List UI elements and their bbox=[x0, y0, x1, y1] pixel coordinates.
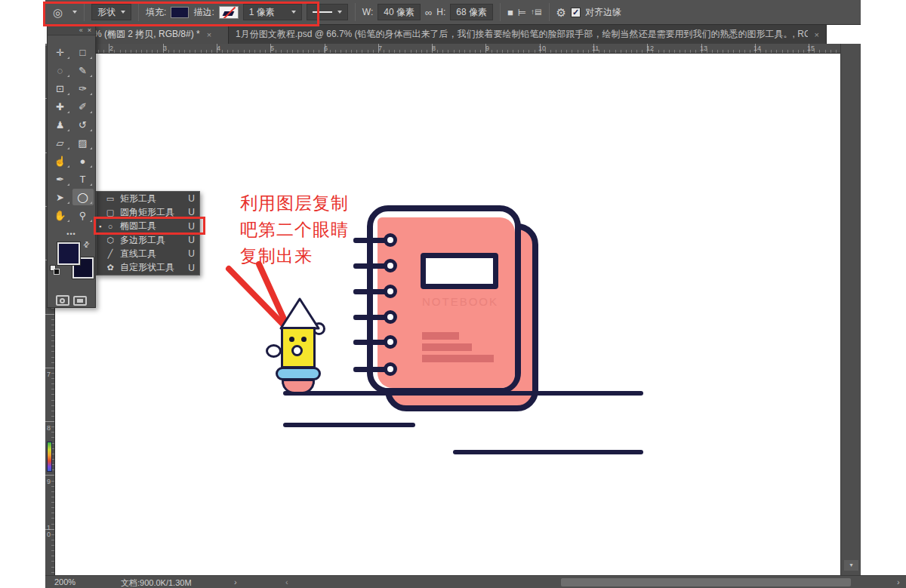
shape-icon: ▭ bbox=[104, 194, 116, 204]
shape-icon: ╱ bbox=[104, 249, 116, 259]
ruler-number: 9 bbox=[485, 45, 489, 52]
stroke-style-select[interactable] bbox=[307, 4, 348, 20]
tool-mode-select[interactable]: 形状 bbox=[91, 4, 131, 20]
crop-tool-icon[interactable]: ⊡ bbox=[50, 80, 71, 97]
align-edges-checkbox[interactable]: ✓ bbox=[571, 8, 581, 17]
menu-item-label: 矩形工具 bbox=[120, 192, 156, 205]
menu-item-shortcut: U bbox=[188, 193, 195, 204]
divider bbox=[84, 3, 85, 21]
annotation-line: 吧第二个眼睛 bbox=[240, 217, 349, 243]
ruler-number: 7 bbox=[378, 45, 382, 52]
menu-item-polygon-tool[interactable]: ▪ ⬡ 多边形工具 U bbox=[97, 233, 199, 247]
divider bbox=[549, 3, 550, 21]
tool-preset-dropdown-chevron-icon[interactable] bbox=[72, 11, 77, 14]
ruler-number: 9 bbox=[47, 479, 54, 485]
foreground-color-swatch[interactable] bbox=[57, 242, 80, 265]
lasso-tool-icon[interactable]: ◌ bbox=[50, 62, 71, 79]
text-bar bbox=[422, 355, 494, 362]
shape-height-value: 68 像素 bbox=[456, 6, 487, 19]
clone-stamp-tool-icon[interactable]: ♟ bbox=[50, 116, 71, 133]
shape-width-value: 40 像素 bbox=[384, 6, 414, 19]
path-alignment-icon[interactable]: ⊨ bbox=[518, 8, 526, 17]
gradient-tool-icon[interactable]: ▨ bbox=[72, 134, 94, 151]
shape-height-field[interactable]: 68 像素 bbox=[450, 4, 493, 20]
brush-tool-icon[interactable]: ✐ bbox=[72, 98, 94, 115]
link-dimensions-icon[interactable]: ∞ bbox=[425, 8, 432, 17]
ruler-number: 10 bbox=[538, 45, 546, 52]
ellipse-tool-icon[interactable]: ◯ bbox=[72, 189, 94, 205]
align-edges-label: 对齐边缘 bbox=[585, 6, 621, 19]
edit-toolbar-button[interactable]: ••• bbox=[48, 230, 95, 238]
document-tab[interactable]: 1月份图文教程.psd @ 66.7% (铅笔的身体画出来了后，我们接着要绘制铅… bbox=[229, 25, 827, 44]
ellipse-tool-preset-icon[interactable]: ◎ bbox=[53, 7, 63, 18]
close-icon[interactable]: × bbox=[815, 30, 819, 39]
ruler-number: 8 bbox=[432, 45, 436, 52]
swap-colors-icon[interactable]: ⇄ bbox=[81, 239, 91, 250]
scroll-right-icon[interactable]: › bbox=[897, 577, 900, 586]
hand-tool-icon[interactable]: ✋ bbox=[50, 207, 71, 223]
quick-mask-icon[interactable] bbox=[56, 295, 69, 306]
menu-item-line-tool[interactable]: ▪ ╱ 直线工具 U bbox=[97, 247, 199, 260]
current-tool-bullet: ▪ bbox=[99, 223, 104, 230]
menu-item-rounded-rectangle-tool[interactable]: ▪ ▢ 圆角矩形工具 U bbox=[97, 205, 199, 219]
menu-item-rectangle-tool[interactable]: ▪ ▭ 矩形工具 U bbox=[97, 192, 199, 205]
pen-tool-icon[interactable]: ✒ bbox=[50, 171, 71, 187]
stroke-width-select[interactable]: 1 像素 bbox=[243, 4, 302, 20]
type-tool-icon[interactable]: T bbox=[72, 171, 94, 187]
tool-panel-bottom bbox=[48, 295, 95, 306]
horizontal-line bbox=[283, 391, 643, 396]
ruler-number: 15 bbox=[807, 45, 815, 52]
screen-mode-icon[interactable] bbox=[73, 296, 87, 306]
color-swatches: ⇄ bbox=[48, 242, 95, 285]
dodge-tool-icon[interactable]: ● bbox=[72, 152, 94, 169]
status-menu-arrow-icon[interactable]: › bbox=[234, 577, 237, 586]
vertical-scrollbar[interactable]: ▾ bbox=[840, 44, 861, 575]
pencil-left-arm bbox=[266, 344, 282, 358]
default-colors-icon[interactable] bbox=[50, 265, 60, 275]
ruler-number: 11 bbox=[592, 45, 599, 52]
horizontal-ruler[interactable]: 2 3 4 5 6 7 8 9 10 11 12 13 14 15 bbox=[54, 44, 840, 54]
history-brush-tool-icon[interactable]: ↺ bbox=[72, 116, 94, 133]
menu-item-custom-shape-tool[interactable]: ▪ ✿ 自定形状工具 U bbox=[97, 261, 199, 275]
path-operations-icon[interactable]: ■ bbox=[507, 8, 513, 17]
horizontal-scrollbar-thumb[interactable] bbox=[561, 578, 851, 586]
options-bar: ◎ 形状 填充: 描边: 1 像素 W: 40 像素 ∞ H: 68 bbox=[45, 0, 861, 25]
ruler-number: 3 bbox=[163, 45, 167, 52]
menu-item-ellipse-tool[interactable]: ▪ ○ 椭圆工具 U bbox=[97, 220, 199, 233]
rainbow-strip bbox=[47, 442, 52, 472]
tool-panel: « × ✛ □ ◌ ✎ ⊡ bbox=[47, 25, 96, 308]
divider bbox=[500, 3, 501, 21]
collapse-panel-icon[interactable]: « bbox=[79, 27, 83, 34]
close-icon[interactable]: × bbox=[88, 27, 91, 34]
photoshop-window: ◎ 形状 填充: 描边: 1 像素 W: 40 像素 ∞ H: 68 bbox=[0, 0, 906, 588]
zoom-level-field[interactable]: 200% bbox=[54, 577, 76, 586]
chevron-down-icon bbox=[291, 11, 296, 14]
gear-icon[interactable]: ⚙ bbox=[556, 7, 566, 18]
stroke-color-swatch[interactable] bbox=[219, 6, 239, 19]
path-selection-tool-icon[interactable]: ➤ bbox=[50, 189, 71, 205]
fill-color-swatch[interactable] bbox=[171, 7, 189, 18]
zoom-tool-icon[interactable]: ⚲ bbox=[72, 207, 94, 223]
shape-width-field[interactable]: 40 像素 bbox=[378, 4, 421, 20]
menu-item-label: 自定形状工具 bbox=[120, 261, 174, 274]
eyedropper-tool-icon[interactable]: ✑ bbox=[72, 80, 94, 97]
quick-selection-tool-icon[interactable]: ✎ bbox=[72, 62, 94, 79]
shape-icon: ⬡ bbox=[104, 236, 116, 245]
healing-brush-tool-icon[interactable]: ✚ bbox=[50, 98, 71, 115]
ring-circle bbox=[384, 362, 397, 376]
divider bbox=[138, 3, 139, 21]
scroll-down-icon[interactable]: ▾ bbox=[844, 560, 858, 571]
move-tool-icon[interactable]: ✛ bbox=[50, 44, 71, 60]
path-arrangement-icon[interactable]: ↑▤ bbox=[531, 8, 541, 16]
ruler-number: 5 bbox=[270, 45, 274, 52]
menu-item-shortcut: U bbox=[188, 235, 195, 245]
marquee-tool-icon[interactable]: □ bbox=[72, 44, 94, 60]
smudge-tool-icon[interactable]: ☝ bbox=[50, 152, 71, 169]
ruler-number: 4 bbox=[217, 45, 220, 52]
tool-grid: ✛ □ ◌ ✎ ⊡ ✑ bbox=[48, 43, 95, 224]
eraser-tool-icon[interactable]: ▱ bbox=[50, 134, 71, 151]
scroll-left-icon[interactable]: ‹ bbox=[285, 577, 288, 586]
ruler-number: 6 bbox=[324, 45, 328, 52]
close-icon[interactable]: × bbox=[207, 30, 211, 39]
stroke-label: 描边: bbox=[193, 6, 214, 19]
